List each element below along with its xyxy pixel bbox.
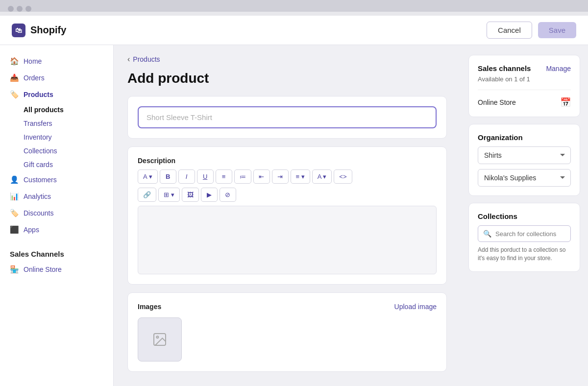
product-type-select[interactable]: Shirts <box>478 146 571 164</box>
sales-channels-title: Sales channels <box>478 64 531 72</box>
toolbar-clear-btn[interactable]: ⊘ <box>220 188 236 202</box>
window-dot-minimize <box>17 6 23 12</box>
sales-channels-heading: Sales Channels <box>0 242 113 261</box>
home-icon: 🏠 <box>10 57 19 66</box>
toolbar-align-btn[interactable]: ≡ ▾ <box>291 169 310 184</box>
shopify-logo-icon: 🛍 <box>12 24 25 37</box>
sidebar-item-label-customers: Customers <box>24 176 57 184</box>
products-icon: 🏷️ <box>10 90 19 99</box>
collections-panel-title: Collections <box>478 212 571 220</box>
upload-image-link[interactable]: Upload image <box>394 303 437 311</box>
vendor-select[interactable]: Nikola's Supplies <box>478 169 571 187</box>
sales-channels-available: Available on 1 of 1 <box>478 75 571 83</box>
online-store-icon: 🏪 <box>10 265 19 274</box>
toolbar-numbered-btn[interactable]: ≔ <box>234 169 251 184</box>
cancel-button[interactable]: Cancel <box>487 22 532 39</box>
description-label: Description <box>138 157 437 165</box>
organization-title: Organization <box>478 133 571 142</box>
sidebar-item-customers[interactable]: 👤 Customers <box>0 171 113 188</box>
images-card: Images Upload image <box>127 292 447 372</box>
sidebar-subitem-transfers[interactable]: Transfers <box>0 117 113 130</box>
sidebar-item-label-discounts: Discounts <box>24 209 53 217</box>
sidebar: 🏠 Home 📥 Orders 🏷️ Products All products… <box>0 45 114 386</box>
sidebar-nav-section: 🏠 Home 📥 Orders 🏷️ Products All products… <box>0 53 113 238</box>
channel-row: Online Store 📅 <box>478 90 571 108</box>
toolbar-bullet-btn[interactable]: ≡ <box>216 169 232 184</box>
main-content: ‹ Products Add product Description A ▾ B… <box>114 45 461 386</box>
collections-search-input[interactable] <box>495 230 578 238</box>
logo: 🛍 Shopify <box>12 24 66 37</box>
editor-toolbar-row2: 🔗 ⊞ ▾ 🖼 ▶ ⊘ <box>138 188 437 202</box>
gift-cards-link[interactable]: Gift cards <box>24 161 53 169</box>
sidebar-subitem-collections[interactable]: Collections <box>0 144 113 158</box>
save-button[interactable]: Save <box>538 22 576 38</box>
toolbar-italic-btn[interactable]: I <box>178 169 195 184</box>
sales-channels-header: Sales channels Manage <box>478 64 571 72</box>
collections-hint: Add this porduct to a collection so it's… <box>478 246 571 263</box>
toolbar-indent-increase-btn[interactable]: ⇥ <box>272 169 289 184</box>
product-name-input[interactable] <box>138 106 437 128</box>
toolbar-video-btn[interactable]: ▶ <box>201 188 218 202</box>
discounts-icon: 🏷️ <box>10 209 19 217</box>
toolbar-image-btn[interactable]: 🖼 <box>182 188 199 202</box>
sidebar-item-orders[interactable]: 📥 Orders <box>0 70 113 86</box>
breadcrumb-products-link[interactable]: Products <box>133 55 160 63</box>
manage-link[interactable]: Manage <box>546 65 571 72</box>
sidebar-subitem-gift-cards[interactable]: Gift cards <box>0 158 113 171</box>
app-name: Shopify <box>30 24 66 36</box>
sidebar-item-label-online-store: Online Store <box>24 265 62 273</box>
collections-search: 🔍 <box>478 225 571 242</box>
collections-link[interactable]: Collections <box>24 147 57 155</box>
sidebar-item-home[interactable]: 🏠 Home <box>0 53 113 70</box>
right-panel: Sales channels Manage Available on 1 of … <box>461 45 588 386</box>
window-dot-close <box>8 6 14 12</box>
inventory-link[interactable]: Inventory <box>24 133 52 141</box>
calendar-icon[interactable]: 📅 <box>560 97 571 108</box>
sales-channels-panel: Sales channels Manage Available on 1 of … <box>468 55 580 117</box>
editor-toolbar: A ▾ B I U ≡ ≔ ⇤ ⇥ ≡ ▾ A ▾ <> <box>138 169 437 184</box>
sidebar-item-label-home: Home <box>24 57 42 65</box>
sidebar-item-label-analytics: Analytics <box>24 193 51 200</box>
vendor-select-row: Nikola's Supplies <box>478 169 571 187</box>
sidebar-item-products[interactable]: 🏷️ Products <box>0 86 113 103</box>
sidebar-item-analytics[interactable]: 📊 Analytics <box>0 188 113 205</box>
customers-icon: 👤 <box>10 175 19 184</box>
sidebar-item-label-orders: Orders <box>24 74 45 82</box>
window-dot-maximize <box>25 6 31 12</box>
sidebar-item-label-products: Products <box>24 91 53 98</box>
toolbar-link-btn[interactable]: 🔗 <box>138 188 156 202</box>
images-header: Images Upload image <box>138 303 437 311</box>
type-select-row: Shirts <box>478 146 571 164</box>
breadcrumb: ‹ Products <box>127 55 447 64</box>
topbar: 🛍 Shopify Cancel Save <box>0 16 588 45</box>
organization-panel: Organization Shirts Nikola's Supplies <box>468 124 580 196</box>
channel-name: Online Store <box>478 98 516 106</box>
images-label: Images <box>138 303 161 311</box>
toolbar-bold-btn[interactable]: B <box>160 169 176 184</box>
transfers-link[interactable]: Transfers <box>24 120 52 127</box>
sales-channels-section: Sales Channels 🏪 Online Store <box>0 242 113 278</box>
sidebar-subitem-all-products[interactable]: All products <box>0 103 113 117</box>
sidebar-item-online-store[interactable]: 🏪 Online Store <box>0 261 113 278</box>
description-card: Description A ▾ B I U ≡ ≔ ⇤ ⇥ ≡ ▾ A ▾ <>… <box>127 146 447 285</box>
app-body: 🏠 Home 📥 Orders 🏷️ Products All products… <box>0 45 588 386</box>
sidebar-item-apps[interactable]: ⬛ Apps <box>0 221 113 238</box>
orders-icon: 📥 <box>10 73 19 82</box>
search-icon: 🔍 <box>483 230 491 238</box>
toolbar-underline-btn[interactable]: U <box>197 169 214 184</box>
analytics-icon: 📊 <box>10 192 19 201</box>
image-placeholder <box>138 317 182 362</box>
toolbar-font-btn[interactable]: A ▾ <box>138 169 158 184</box>
sidebar-item-label-apps: Apps <box>24 226 39 234</box>
toolbar-code-btn[interactable]: <> <box>334 169 352 184</box>
page-title: Add product <box>127 71 447 86</box>
collections-panel: Collections 🔍 Add this porduct to a coll… <box>468 203 580 272</box>
toolbar-table-btn[interactable]: ⊞ ▾ <box>158 188 180 202</box>
svg-point-1 <box>156 336 158 338</box>
toolbar-indent-decrease-btn[interactable]: ⇤ <box>253 169 270 184</box>
toolbar-color-btn[interactable]: A ▾ <box>312 169 332 184</box>
sidebar-item-discounts[interactable]: 🏷️ Discounts <box>0 205 113 221</box>
editor-area[interactable] <box>138 206 437 274</box>
sidebar-subitem-inventory[interactable]: Inventory <box>0 130 113 144</box>
apps-icon: ⬛ <box>10 225 19 234</box>
